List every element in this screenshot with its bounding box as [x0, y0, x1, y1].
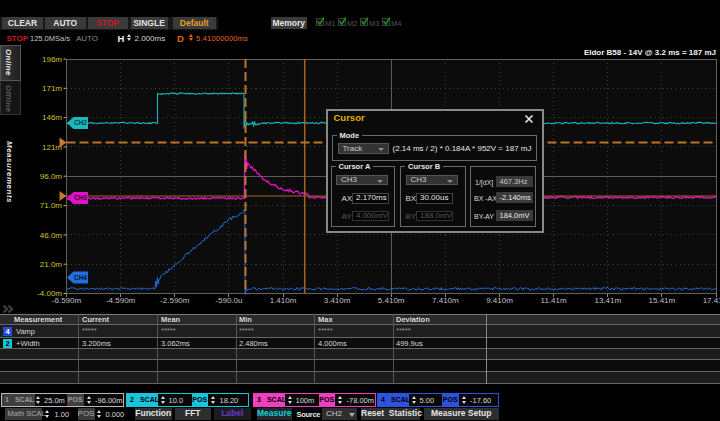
svg-text:11.41m: 11.41m [541, 296, 567, 305]
svg-text:17.41m: 17.41m [703, 296, 720, 305]
svg-text:CH2: CH2 [74, 119, 87, 126]
svg-text:146m: 146m [42, 113, 62, 122]
svg-text:46.0m: 46.0m [40, 231, 63, 240]
svg-text:7.410m: 7.410m [432, 296, 459, 305]
svg-text:-2.590m: -2.590m [160, 296, 190, 305]
svg-text:-590.0u: -590.0u [215, 296, 242, 305]
svg-text:CH3: CH3 [74, 194, 87, 201]
svg-text:-6.590m: -6.590m [52, 296, 82, 305]
svg-text:96.0m: 96.0m [40, 172, 63, 181]
svg-text:3.410m: 3.410m [324, 296, 351, 305]
svg-text:71.0m: 71.0m [40, 201, 63, 210]
svg-text:21.0m: 21.0m [40, 260, 63, 269]
svg-text:5.410m: 5.410m [378, 296, 405, 305]
svg-text:196m: 196m [42, 55, 62, 64]
svg-text:9.410m: 9.410m [486, 296, 513, 305]
svg-text:13.41m: 13.41m [594, 296, 621, 305]
svg-text:-4.590m: -4.590m [106, 296, 136, 305]
svg-text:15.41m: 15.41m [649, 296, 676, 305]
svg-text:171m: 171m [42, 84, 62, 93]
svg-text:121m: 121m [42, 143, 62, 152]
svg-text:CH4: CH4 [74, 274, 87, 281]
svg-text:1.410m: 1.410m [270, 296, 297, 305]
